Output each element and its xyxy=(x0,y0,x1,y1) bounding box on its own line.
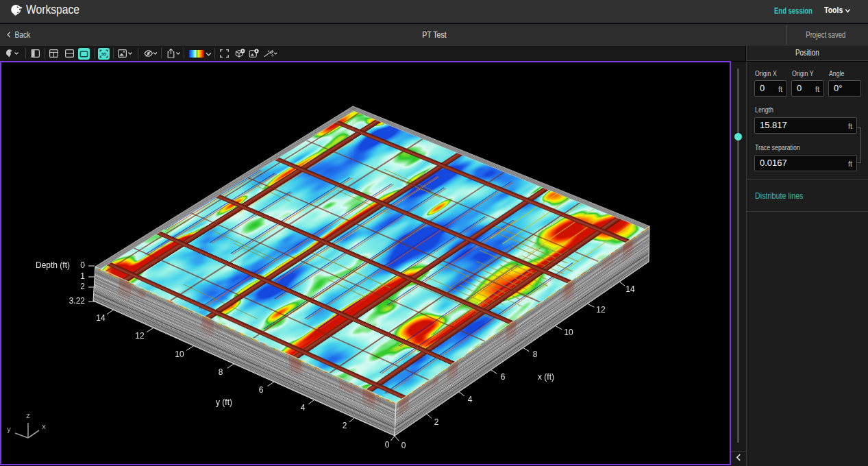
svg-text:3D: 3D xyxy=(101,51,107,56)
